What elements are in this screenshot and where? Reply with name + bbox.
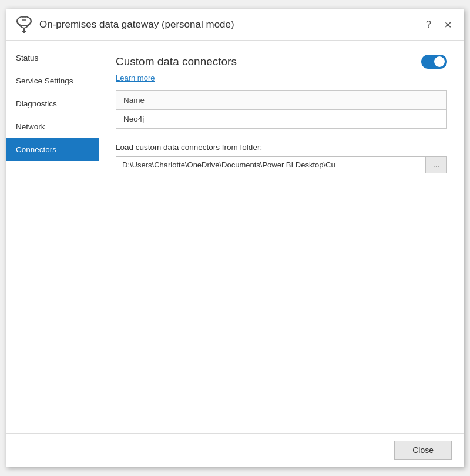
section-header: Custom data connectors (116, 55, 447, 69)
help-button[interactable]: ? (422, 18, 435, 31)
folder-label: Load custom data connectors from folder: (116, 143, 447, 152)
sidebar-item-network[interactable]: Network (6, 115, 99, 138)
toggle-slider (421, 55, 447, 69)
main-panel: Custom data connectors Learn more Name N… (99, 41, 464, 433)
content-area: Status Service Settings Diagnostics Netw… (6, 41, 464, 433)
bottom-bar: Close (6, 433, 464, 467)
folder-path-input[interactable] (116, 156, 425, 173)
table-header: Name (116, 91, 446, 110)
sidebar-item-connectors[interactable]: Connectors (6, 138, 99, 161)
learn-more-link[interactable]: Learn more (116, 73, 447, 82)
sidebar: Status Service Settings Diagnostics Netw… (6, 41, 99, 433)
gateway-icon (15, 15, 33, 34)
close-button[interactable]: Close (394, 441, 452, 460)
table-row: Neo4j (116, 110, 446, 128)
window-title: On-premises data gateway (personal mode) (39, 19, 422, 31)
main-window: On-premises data gateway (personal mode)… (6, 9, 464, 467)
window-close-button[interactable]: ✕ (441, 18, 455, 32)
browse-button[interactable]: ... (425, 156, 447, 173)
section-title: Custom data connectors (116, 55, 237, 68)
connector-name-neo4j: Neo4j (123, 115, 144, 123)
connectors-table: Name Neo4j (116, 90, 447, 129)
sidebar-item-service-settings[interactable]: Service Settings (6, 69, 99, 92)
sidebar-item-diagnostics[interactable]: Diagnostics (6, 92, 99, 115)
sidebar-item-status[interactable]: Status (6, 46, 99, 69)
title-bar: On-premises data gateway (personal mode)… (6, 9, 464, 41)
custom-connectors-toggle[interactable] (421, 55, 447, 69)
title-bar-controls: ? ✕ (422, 18, 455, 32)
folder-input-row: ... (116, 156, 447, 173)
